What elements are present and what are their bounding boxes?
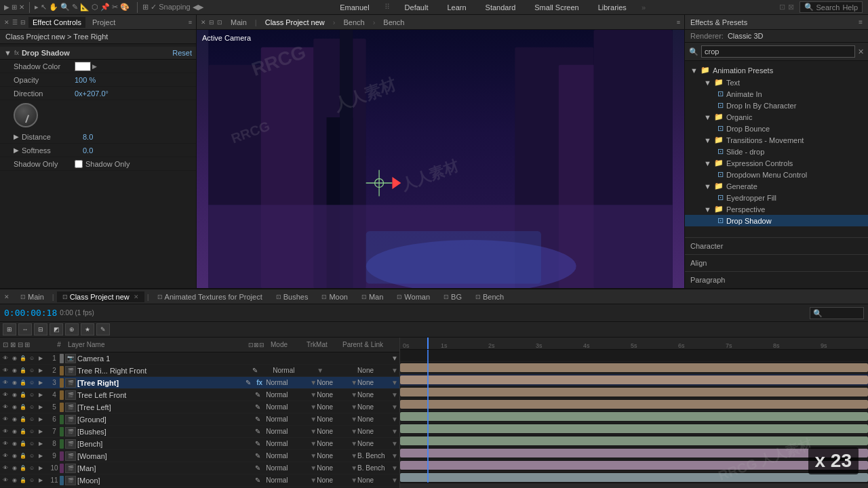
layer-row-6[interactable]: 👁 ◉ 🔒 ☺ ▶ 6 🎬 [Ground] ✎ Normal ▼: [0, 413, 399, 426]
tl-close[interactable]: ✕: [4, 293, 9, 300]
tab-project[interactable]: Project: [88, 17, 119, 28]
effects-search-input[interactable]: [701, 45, 855, 58]
item-slide-drop[interactable]: ⊡ Slide - drop: [685, 146, 868, 157]
layer-row-11[interactable]: 👁 ◉ 🔒 ☺ ▶ 11 🎬 [Moon] ✎ Normal ▼: [0, 474, 399, 487]
layer-5-name[interactable]: [Tree Left]: [77, 403, 255, 411]
category-text[interactable]: ▼ 📁 Text: [685, 77, 868, 88]
menu-learn[interactable]: Learn: [443, 2, 470, 13]
category-organic[interactable]: ▼ 📁 Organic: [685, 111, 868, 123]
layer-3-lock[interactable]: 🔒: [19, 379, 27, 387]
tl-tab-bench[interactable]: ⊡ Bench: [470, 291, 509, 302]
layer-8-eye[interactable]: 👁: [1, 440, 9, 448]
tl-tool6[interactable]: ★: [81, 323, 94, 336]
layer-4-shy[interactable]: ☺: [28, 391, 36, 399]
layer-8-collapse[interactable]: ▶: [37, 440, 45, 448]
tl-timecode[interactable]: 0:00:00:18: [4, 308, 57, 318]
layer-1-lock[interactable]: 🔒: [19, 354, 27, 363]
comp-tab-main[interactable]: Main: [225, 17, 252, 28]
layer-4-lock[interactable]: 🔒: [19, 391, 27, 399]
tl-tab-bushes[interactable]: ⊡ Bushes: [271, 291, 314, 302]
layer-6-name[interactable]: [Ground]: [77, 415, 255, 424]
tl-tab-classproject[interactable]: ⊡ Class Project new ✕: [57, 291, 144, 302]
comp-tab-bench2[interactable]: Bench: [378, 17, 410, 28]
tl-scrollbar[interactable]: [400, 483, 868, 488]
layer-5-collapse[interactable]: ▶: [37, 403, 45, 411]
layer-9-collapse[interactable]: ▶: [37, 452, 45, 460]
layer-3-collapse[interactable]: ▶: [37, 379, 45, 387]
layer-6-lock[interactable]: 🔒: [19, 415, 27, 424]
layer-7-shy[interactable]: ☺: [28, 428, 36, 436]
menu-standard[interactable]: Standard: [481, 2, 520, 13]
layer-row-3[interactable]: 👁 ◉ 🔒 ☺ ▶ 3 🎬 [Tree Right] ✎ fx Normal ▼…: [0, 377, 399, 389]
expand-btn[interactable]: ⊟: [20, 19, 26, 26]
layer-8-solo[interactable]: ◉: [10, 440, 18, 448]
comp-close[interactable]: ✕: [201, 19, 206, 26]
layer-7-name[interactable]: [Bushes]: [77, 428, 255, 436]
shadow-color-arrow[interactable]: ▶: [92, 63, 97, 70]
layer-row-1[interactable]: 👁 ◉ 🔒 ☺ ▶ 1 📷 Camera 1 ▼: [0, 352, 399, 365]
layer-5-eye[interactable]: 👁: [1, 403, 9, 411]
layer-7-lock[interactable]: 🔒: [19, 428, 27, 436]
layer-1-eye[interactable]: 👁: [1, 354, 9, 363]
tl-tab-moon[interactable]: ⊡ Moon: [316, 291, 353, 302]
layer-8-name[interactable]: [Bench]: [77, 440, 255, 448]
item-dropdown-menu[interactable]: ⊡ Dropdown Menu Control: [685, 169, 868, 180]
opacity-value[interactable]: 100 %: [75, 76, 96, 84]
tl-tool5[interactable]: ⊕: [65, 323, 79, 336]
menu-small-screen[interactable]: Small Screen: [530, 2, 583, 13]
layer-10-eye[interactable]: 👁: [1, 464, 9, 472]
direction-dial[interactable]: [14, 103, 38, 127]
tl-tool3[interactable]: ⊟: [34, 323, 47, 336]
tl-tab-animated[interactable]: ⊡ Animated Textures for Project: [152, 291, 268, 302]
item-eyedropper[interactable]: ⊡ Eyedropper Fill: [685, 192, 868, 203]
comp-menu[interactable]: ⊟: [209, 19, 214, 26]
item-drop-shadow[interactable]: ⊡ Drop Shadow: [685, 215, 868, 226]
layer-7-collapse[interactable]: ▶: [37, 428, 45, 436]
tl-tool4[interactable]: ◩: [50, 323, 63, 336]
layer-9-lock[interactable]: 🔒: [19, 452, 27, 460]
softness-expand[interactable]: ▶: [14, 146, 19, 154]
layer-2-eye[interactable]: 👁: [1, 367, 9, 375]
menu-default[interactable]: Default: [401, 2, 433, 13]
panel-menu-icon[interactable]: ≡: [189, 19, 192, 26]
layer-row-7[interactable]: 👁 ◉ 🔒 ☺ ▶ 7 🎬 [Bushes] ✎ Normal ▼: [0, 426, 399, 438]
menu-btn[interactable]: ☰: [12, 19, 18, 26]
layer-6-eye[interactable]: 👁: [1, 415, 9, 424]
layer-10-collapse[interactable]: ▶: [37, 464, 45, 472]
layer-10-solo[interactable]: ◉: [10, 464, 18, 472]
layer-8-shy[interactable]: ☺: [28, 440, 36, 448]
layer-9-name[interactable]: [Woman]: [77, 452, 255, 460]
category-generate[interactable]: ▼ 📁 Generate: [685, 180, 868, 192]
layer-10-shy[interactable]: ☺: [28, 464, 36, 472]
layer-2-collapse[interactable]: ▶: [37, 367, 45, 375]
layer-row-2[interactable]: 👁 ◉ 🔒 ☺ ▶ 2 🎬 Tree Ri... Right Front ✎ N…: [0, 365, 399, 377]
effects-menu-icon[interactable]: ≡: [859, 18, 863, 26]
distance-value[interactable]: 8.0: [83, 133, 93, 141]
layer-row-9[interactable]: 👁 ◉ 🔒 ☺ ▶ 9 🎬 [Woman] ✎ Normal ▼: [0, 450, 399, 462]
layer-6-solo[interactable]: ◉: [10, 415, 18, 424]
tl-tool1[interactable]: ⊞: [3, 323, 16, 336]
layer-11-lock[interactable]: 🔒: [19, 476, 27, 485]
comp-tab-class[interactable]: Class Project new: [260, 17, 330, 28]
category-animation-presets[interactable]: ▼ 📁 Animation Presets: [685, 64, 868, 77]
item-animate-in[interactable]: ⊡ Animate In: [685, 88, 868, 100]
layer-row-8[interactable]: 👁 ◉ 🔒 ☺ ▶ 8 🎬 [Bench] ✎ Normal ▼: [0, 438, 399, 450]
tl-tab-woman[interactable]: ⊡ Woman: [391, 291, 435, 302]
layer-10-name[interactable]: [Man]: [77, 464, 255, 472]
layer-6-collapse[interactable]: ▶: [37, 415, 45, 424]
layer-4-eye[interactable]: 👁: [1, 391, 9, 399]
shadow-only-checkbox[interactable]: [75, 160, 83, 168]
layer-10-lock[interactable]: 🔒: [19, 464, 27, 472]
direction-value[interactable]: 0x+207.0°: [75, 89, 108, 98]
layer-1-name[interactable]: Camera 1: [77, 354, 239, 363]
effects-search-close[interactable]: ✕: [858, 47, 864, 56]
layer-9-shy[interactable]: ☺: [28, 452, 36, 460]
tl-tool2[interactable]: ↔: [18, 323, 32, 336]
tl-tab-man[interactable]: ⊡ Man: [356, 291, 389, 302]
category-perspective[interactable]: ▼ 📁 Perspective: [685, 203, 868, 215]
layer-4-collapse[interactable]: ▶: [37, 391, 45, 399]
tl-search-input[interactable]: [810, 307, 864, 319]
category-transitions[interactable]: ▼ 📁 Transitions - Movement: [685, 134, 868, 146]
layer-9-solo[interactable]: ◉: [10, 452, 18, 460]
comp-tab-bench1[interactable]: Bench: [338, 17, 370, 28]
